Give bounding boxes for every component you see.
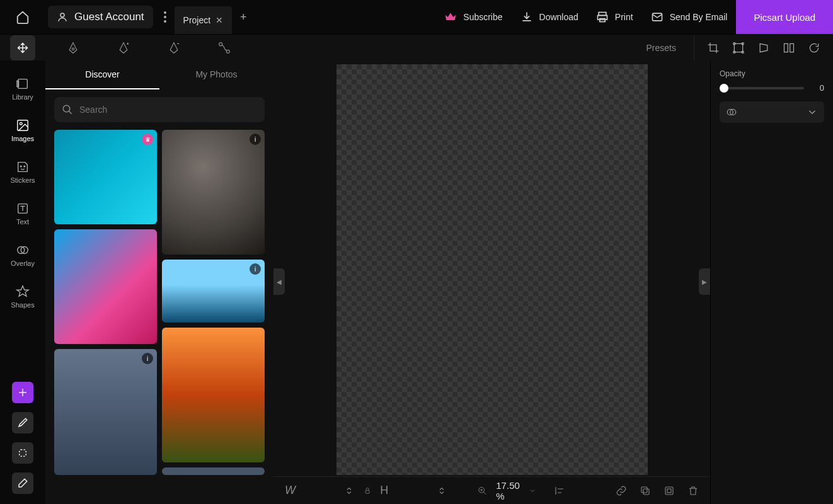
shapes-icon [16, 285, 30, 299]
print-label: Print [615, 12, 633, 22]
pen-remove-icon[interactable] [168, 42, 180, 54]
send-email-button[interactable]: Send By Email [642, 0, 737, 34]
plus-icon: + [240, 11, 247, 24]
rail-library[interactable]: Library [0, 71, 45, 107]
blend-icon [726, 106, 737, 118]
print-button[interactable]: Print [587, 0, 642, 34]
transform-icon[interactable] [732, 42, 745, 54]
canvas-area [273, 60, 710, 504]
download-button[interactable]: Download [512, 0, 587, 34]
search-input[interactable] [79, 105, 257, 115]
flip-icon[interactable] [783, 42, 795, 54]
gallery-thumb[interactable]: i [162, 260, 265, 323]
rail-text[interactable]: Text [0, 195, 45, 232]
tab-my-photos[interactable]: My Photos [159, 60, 273, 89]
print-icon [596, 11, 609, 23]
library-icon [16, 77, 30, 91]
opacity-value: 0 [812, 83, 824, 93]
svg-point-0 [60, 13, 64, 17]
move-icon [17, 42, 28, 54]
rail-overlay[interactable]: Overlay [0, 237, 45, 273]
stepper-icon[interactable] [436, 485, 447, 496]
left-rail: Library Images Stickers Text Overlay Sha… [0, 60, 45, 504]
tab-discover[interactable]: Discover [45, 60, 159, 89]
eraser-icon [17, 478, 28, 489]
crop-icon[interactable] [707, 42, 720, 54]
align-icon[interactable] [554, 485, 565, 496]
rotate-icon[interactable] [808, 42, 820, 54]
brush-button[interactable] [12, 412, 33, 433]
rail-overlay-label: Overlay [11, 260, 35, 267]
rail-library-label: Library [12, 93, 33, 101]
svg-point-23 [20, 166, 21, 167]
height-input[interactable] [393, 486, 431, 495]
gallery-thumb[interactable]: i [162, 130, 265, 255]
move-tool-button[interactable] [10, 35, 35, 60]
opacity-slider[interactable] [720, 87, 804, 89]
subscribe-button[interactable]: Subscribe [435, 0, 511, 34]
upload-button[interactable]: Picsart Upload [736, 0, 833, 34]
collapse-left-button[interactable]: ◀ [273, 268, 285, 295]
perspective-icon[interactable] [757, 42, 770, 54]
stepper-icon[interactable] [343, 485, 355, 496]
search-input-wrap[interactable] [54, 97, 265, 122]
download-icon [520, 11, 533, 23]
trash-icon[interactable] [687, 485, 699, 496]
collapse-right-button[interactable]: ▶ [699, 268, 710, 295]
path-tool-icon[interactable] [218, 42, 231, 54]
email-icon [651, 11, 664, 23]
gallery-thumb[interactable] [54, 229, 157, 344]
overlay-icon [16, 243, 30, 257]
rail-images[interactable]: Images [0, 112, 45, 149]
svg-point-29 [63, 105, 70, 112]
duplicate-icon[interactable] [664, 485, 675, 496]
slider-thumb[interactable] [720, 84, 728, 93]
gallery-thumb[interactable] [162, 467, 265, 475]
blend-mode-dropdown[interactable] [720, 101, 824, 123]
select-icon [17, 447, 28, 459]
rail-shapes[interactable]: Shapes [0, 278, 45, 315]
rail-text-label: Text [16, 218, 29, 226]
svg-rect-37 [667, 489, 671, 493]
home-icon [16, 10, 30, 24]
eraser-button[interactable] [12, 472, 33, 494]
new-tab-button[interactable]: + [232, 11, 255, 24]
home-button[interactable] [0, 0, 45, 34]
pen-tools [45, 42, 231, 54]
project-tab[interactable]: Project ✕ [175, 6, 233, 34]
select-button[interactable] [12, 442, 33, 464]
crown-icon [444, 11, 457, 23]
plus-icon [17, 387, 28, 398]
width-input[interactable] [301, 486, 338, 495]
gallery-thumb[interactable] [162, 328, 265, 462]
zoom-in-icon[interactable] [478, 484, 487, 498]
gallery-thumb[interactable]: ♛ [54, 130, 157, 224]
info-badge-icon: i [142, 353, 153, 364]
svg-point-1 [164, 11, 166, 14]
toolbar: Presets [0, 34, 833, 60]
lock-icon[interactable] [364, 485, 371, 496]
close-icon[interactable]: ✕ [215, 15, 223, 25]
chevron-down-icon [807, 106, 818, 118]
account-button[interactable]: Guest Account [48, 6, 153, 28]
chevron-down-icon[interactable] [529, 485, 536, 496]
copy-icon[interactable] [640, 485, 651, 496]
rail-stickers[interactable]: Stickers [0, 154, 45, 190]
download-label: Download [539, 12, 578, 22]
images-icon [16, 118, 30, 132]
info-badge-icon: i [250, 134, 261, 145]
pen-tool-icon[interactable] [67, 42, 79, 54]
svg-rect-36 [665, 487, 673, 495]
presets-label: Presets [646, 43, 676, 53]
images-panel: Discover My Photos ♛ i i i [45, 60, 273, 504]
canvas-tools [694, 35, 833, 61]
presets-button[interactable]: Presets [646, 43, 694, 53]
gallery-thumb[interactable]: i [54, 349, 157, 475]
add-button[interactable] [12, 382, 33, 403]
pen-add-icon[interactable] [117, 42, 130, 54]
project-tab-label: Project [183, 15, 211, 25]
link-icon[interactable] [616, 485, 627, 496]
height-input-group: H [380, 484, 447, 497]
canvas[interactable] [336, 64, 648, 475]
account-menu-button[interactable] [156, 11, 175, 23]
